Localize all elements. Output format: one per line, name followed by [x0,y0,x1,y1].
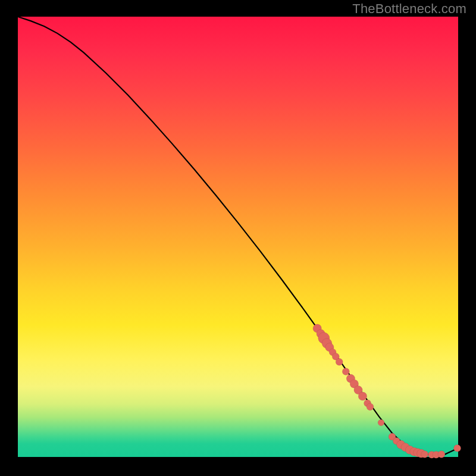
data-marker [438,451,445,458]
data-marker [367,403,374,411]
data-marker [421,451,428,458]
data-marker [454,444,461,452]
data-marker [342,368,349,375]
bottleneck-curve [18,17,458,455]
data-marker [336,358,343,365]
plot-area [18,17,458,457]
data-markers [313,324,461,459]
curve-svg [18,17,458,457]
chart-stage: TheBottleneck.com [0,0,476,476]
data-marker [358,392,367,400]
watermark-text: TheBottleneck.com [352,1,466,17]
data-marker [378,419,384,426]
